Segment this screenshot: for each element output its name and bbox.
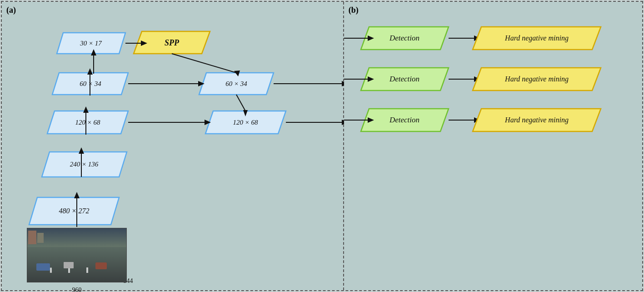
- svg-line-33: [236, 95, 245, 111]
- svg-marker-18: [74, 192, 80, 198]
- panel-b: (b) Detection Hard negative mining Detec…: [344, 2, 642, 290]
- svg-text:30 × 17: 30 × 17: [80, 40, 102, 47]
- svg-text:60 × 34: 60 × 34: [225, 80, 247, 87]
- diagram-container: (a) 480 × 272 240 × 136 120 × 68 60 × 34…: [1, 1, 643, 291]
- svg-text:SPP: SPP: [165, 38, 180, 47]
- input-image: [27, 228, 127, 282]
- svg-text:60 × 34: 60 × 34: [80, 80, 101, 87]
- svg-text:Detection: Detection: [389, 116, 419, 124]
- svg-text:960: 960: [72, 287, 82, 292]
- svg-text:Hard negative mining: Hard negative mining: [504, 75, 569, 83]
- svg-text:480 × 272: 480 × 272: [59, 207, 90, 215]
- svg-marker-22: [83, 106, 89, 113]
- svg-text:120 × 68: 120 × 68: [233, 119, 258, 126]
- svg-text:Hard negative mining: Hard negative mining: [504, 116, 569, 124]
- svg-marker-24: [87, 68, 93, 75]
- svg-text:Detection: Detection: [389, 34, 419, 42]
- svg-text:240 × 136: 240 × 136: [70, 161, 99, 168]
- svg-text:Hard negative mining: Hard negative mining: [504, 34, 569, 42]
- svg-line-29: [172, 54, 236, 73]
- svg-text:Detection: Detection: [389, 75, 419, 83]
- panel-a: (a) 480 × 272 240 × 136 120 × 68 60 × 34…: [2, 2, 344, 290]
- svg-text:120 × 68: 120 × 68: [75, 119, 100, 126]
- panel-b-svg: Detection Hard negative mining Detection…: [344, 2, 642, 290]
- svg-marker-20: [79, 147, 84, 154]
